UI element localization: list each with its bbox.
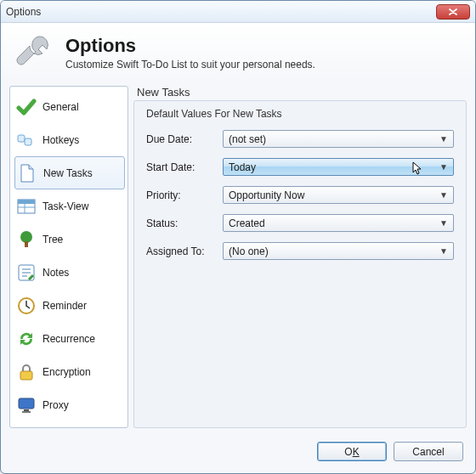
dialog-subtitle: Customize Swift To-Do List to suit your … [65, 59, 315, 71]
svg-rect-15 [24, 409, 29, 411]
notes-icon [15, 262, 37, 284]
sidebar-item-tree[interactable]: Tree [12, 223, 128, 256]
clock-icon [15, 295, 37, 317]
sidebar-item-recurrence[interactable]: Recurrence [12, 322, 128, 355]
sidebar-item-hotkeys[interactable]: Hotkeys [12, 123, 128, 156]
sidebar-item-proxy[interactable]: Proxy [12, 388, 128, 421]
sidebar-item-label: New Tasks [43, 167, 93, 179]
priority-value: Opportunity Now [229, 189, 438, 201]
table-icon [15, 195, 37, 217]
chevron-down-icon: ▼ [438, 162, 450, 172]
chevron-down-icon: ▼ [438, 218, 450, 228]
sidebar-item-label: Proxy [42, 399, 69, 411]
svg-rect-3 [18, 200, 35, 204]
options-dialog: Options Options Customize Swift To-Do Li… [0, 0, 476, 474]
dialog-footer: OK Cancel [1, 433, 475, 473]
sidebar-item-label: General [42, 101, 79, 113]
chevron-down-icon: ▼ [438, 190, 450, 200]
window-title: Options [6, 6, 436, 18]
close-icon [449, 8, 457, 15]
new-document-icon [16, 162, 38, 184]
svg-rect-0 [18, 135, 25, 142]
sidebar-item-label: Encryption [42, 366, 91, 378]
svg-rect-13 [20, 371, 32, 380]
status-value: Created [229, 217, 438, 229]
keys-icon [15, 129, 37, 151]
svg-rect-7 [25, 241, 28, 247]
sidebar-item-new-tasks[interactable]: New Tasks [14, 156, 125, 189]
priority-label: Priority: [146, 189, 223, 201]
sidebar-item-encryption[interactable]: Encryption [12, 355, 128, 388]
close-button[interactable] [436, 4, 470, 20]
start-date-value: Today [229, 161, 438, 173]
lock-icon [15, 361, 37, 383]
ok-button[interactable]: OK [317, 442, 387, 461]
start-date-select[interactable]: Today ▼ [223, 158, 454, 176]
svg-rect-16 [22, 411, 31, 413]
options-sidebar: General Hotkeys New Tasks Task-View Tree… [9, 86, 128, 428]
dialog-title: Options [65, 35, 315, 57]
cancel-button[interactable]: Cancel [394, 442, 463, 461]
options-panel: New Tasks Default Values For New Tasks D… [133, 86, 467, 428]
svg-rect-14 [19, 398, 34, 409]
panel-title: New Tasks [137, 86, 467, 99]
sidebar-item-label: Tree [42, 234, 63, 245]
wrench-icon [13, 31, 55, 74]
monitor-icon [15, 394, 37, 416]
check-icon [15, 96, 37, 118]
default-values-group: Default Values For New Tasks Due Date: (… [133, 100, 467, 428]
chevron-down-icon: ▼ [438, 246, 450, 256]
due-date-label: Due Date: [146, 133, 223, 145]
due-date-value: (not set) [229, 133, 438, 145]
sidebar-item-reminder[interactable]: Reminder [12, 289, 128, 322]
sidebar-item-label: Notes [42, 267, 69, 279]
svg-rect-1 [25, 138, 31, 145]
sidebar-item-label: Recurrence [42, 333, 95, 345]
sidebar-item-label: Reminder [42, 300, 87, 312]
assigned-to-label: Assigned To: [146, 245, 223, 257]
svg-point-6 [20, 231, 32, 243]
sidebar-item-label: Task-View [42, 200, 88, 212]
due-date-select[interactable]: (not set) ▼ [223, 130, 454, 148]
assigned-to-select[interactable]: (No one) ▼ [223, 242, 454, 260]
dialog-header: Options Customize Swift To-Do List to su… [1, 23, 475, 82]
sidebar-item-notes[interactable]: Notes [12, 256, 128, 289]
sidebar-item-task-view[interactable]: Task-View [12, 189, 128, 223]
recurrence-icon [15, 328, 37, 350]
tree-icon [15, 229, 37, 251]
start-date-label: Start Date: [146, 161, 223, 173]
status-label: Status: [146, 217, 223, 229]
assigned-to-value: (No one) [229, 245, 438, 257]
sidebar-item-label: Hotkeys [42, 134, 79, 146]
sidebar-item-general[interactable]: General [12, 90, 128, 123]
title-bar: Options [1, 1, 475, 23]
priority-select[interactable]: Opportunity Now ▼ [223, 186, 454, 204]
chevron-down-icon: ▼ [438, 134, 450, 144]
status-select[interactable]: Created ▼ [223, 214, 454, 232]
group-legend: Default Values For New Tasks [146, 108, 454, 120]
